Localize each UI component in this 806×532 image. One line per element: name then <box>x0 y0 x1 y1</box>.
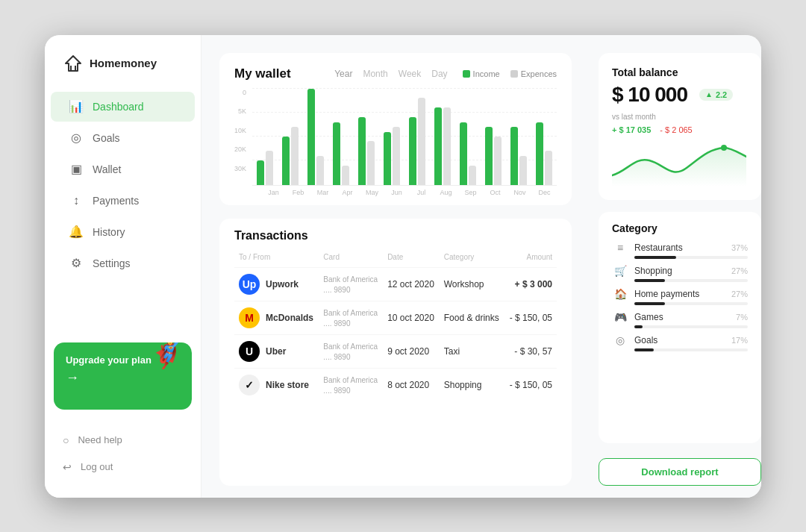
history-icon: 🔔 <box>69 225 84 240</box>
tx-date: 12 oct 2020 <box>383 267 440 301</box>
sidebar-label-history: History <box>93 226 125 238</box>
income-bar <box>257 160 264 184</box>
cat-bar-bg <box>634 302 748 305</box>
col-tofrom: To / From <box>234 250 319 268</box>
income-bar <box>434 107 442 184</box>
cat-name: Games <box>634 312 730 322</box>
need-help-item[interactable]: ○ Need help <box>45 428 201 453</box>
x-label: Feb <box>286 189 310 196</box>
list-item: 🛒 Shopping 27% <box>612 265 748 282</box>
cat-name: Goals <box>634 335 725 345</box>
income-bar <box>536 122 543 185</box>
expense-bar <box>545 151 552 184</box>
dashboard-icon: 📊 <box>69 99 84 114</box>
svg-marker-0 <box>66 56 81 71</box>
legend-income: Income <box>463 69 500 78</box>
expense-bar <box>443 107 451 184</box>
upgrade-card[interactable]: 🦸 Upgrade your plan → <box>54 342 192 410</box>
x-label: Jul <box>409 189 434 196</box>
balance-amount: $ 10 000 <box>612 83 687 107</box>
balance-badge-suffix: vs last month <box>612 113 656 121</box>
expense-bar <box>494 137 502 185</box>
balance-expense: - $ 2 065 <box>660 125 692 134</box>
x-label: Jun <box>384 189 409 196</box>
income-bar <box>307 89 315 185</box>
col-amount: Amount <box>504 250 557 268</box>
sidebar-item-settings[interactable]: ⚙ Settings <box>51 248 195 278</box>
cat-pct: 37% <box>731 243 748 252</box>
x-label: Jan <box>261 189 286 196</box>
sidebar-item-dashboard[interactable]: 📊 Dashboard <box>51 92 195 122</box>
sidebar: Homemoney 📊 Dashboard ◎ Goals ▣ Wallet ↕… <box>45 35 202 498</box>
expense-bar <box>266 151 273 184</box>
tx-category: Food & drinks <box>440 301 504 334</box>
cat-row: 🎮 Games 7% <box>612 311 748 323</box>
expense-bar <box>367 141 375 184</box>
sidebar-item-payments[interactable]: ↕ Payments <box>51 186 195 216</box>
cat-name: Restaurants <box>634 242 725 253</box>
download-report-button[interactable]: Download report <box>599 458 761 486</box>
sidebar-item-wallet[interactable]: ▣ Wallet <box>51 154 195 184</box>
expense-bar <box>316 156 324 185</box>
bar-group <box>455 89 481 185</box>
cat-bar-fill <box>634 302 665 305</box>
cat-icon: 🏠 <box>612 288 628 300</box>
logo-text: Homemoney <box>90 57 157 69</box>
transactions-title: Transactions <box>234 229 557 242</box>
cat-pct: 27% <box>731 290 748 298</box>
expense-bar <box>342 166 349 185</box>
svg-point-3 <box>721 145 727 151</box>
x-label: Sep <box>458 189 483 196</box>
expense-bar <box>291 127 299 184</box>
col-category: Category <box>440 250 504 268</box>
expense-bar <box>393 127 400 184</box>
x-label: Aug <box>434 189 458 196</box>
x-label: Apr <box>335 189 360 196</box>
logout-item[interactable]: ↩ Log out <box>45 454 201 480</box>
tx-card: Bank of America.... 9890 <box>319 301 383 334</box>
income-dot <box>463 70 470 78</box>
help-icon: ○ <box>63 434 69 446</box>
tx-name-cell: ✓ Nike store <box>239 375 314 395</box>
x-label: Oct <box>483 189 507 196</box>
expense-dot <box>510 70 518 78</box>
list-item: 🏠 Home payments 27% <box>612 288 748 305</box>
cat-bar-bg <box>634 348 748 351</box>
sidebar-label-goals: Goals <box>93 132 120 144</box>
income-bar <box>485 127 493 184</box>
list-item: ◎ Goals 17% <box>612 334 748 351</box>
income-bar <box>460 122 467 185</box>
upgrade-illustration: 🦸 <box>149 342 186 370</box>
transactions-section: Transactions To / From Card Date Categor… <box>219 219 572 486</box>
col-date: Date <box>383 250 440 268</box>
bars-area <box>252 89 557 186</box>
tx-category: Shopping <box>440 368 504 401</box>
expense-bar <box>519 156 527 185</box>
sidebar-label-settings: Settings <box>93 257 131 269</box>
income-bar <box>358 117 366 184</box>
sidebar-item-goals[interactable]: ◎ Goals <box>51 123 195 153</box>
income-bar <box>333 122 340 185</box>
x-label: Dec <box>532 189 557 196</box>
bar-group <box>481 89 506 185</box>
transactions-table: To / From Card Date Category Amount Up U… <box>234 250 557 401</box>
sidebar-nav: 📊 Dashboard ◎ Goals ▣ Wallet ↕ Payments … <box>45 92 201 331</box>
cat-bar-bg <box>634 256 748 259</box>
bar-group <box>506 89 531 185</box>
x-label: May <box>360 189 384 196</box>
sidebar-label-wallet: Wallet <box>93 163 121 175</box>
tx-name-cell: Up Upwork <box>239 274 314 295</box>
table-row: M McDonalds Bank of America.... 989010 o… <box>234 301 557 334</box>
logo-icon <box>63 53 84 74</box>
cat-pct: 17% <box>731 336 748 345</box>
main-content: My wallet Year Month Week Day Income <box>202 35 590 498</box>
chart-header: My wallet Year Month Week Day Income <box>234 66 557 81</box>
tx-amount: - $ 150, 05 <box>504 301 557 334</box>
cat-icon: ◎ <box>612 334 628 346</box>
payments-icon: ↕ <box>69 193 84 208</box>
chart-legend: Income Expences <box>463 69 557 78</box>
income-bar <box>282 137 290 185</box>
balance-card: Total balance $ 10 000 ▲ 2.2 vs last mon… <box>599 53 761 200</box>
tx-logo: Up <box>239 274 260 295</box>
sidebar-item-history[interactable]: 🔔 History <box>51 217 195 247</box>
